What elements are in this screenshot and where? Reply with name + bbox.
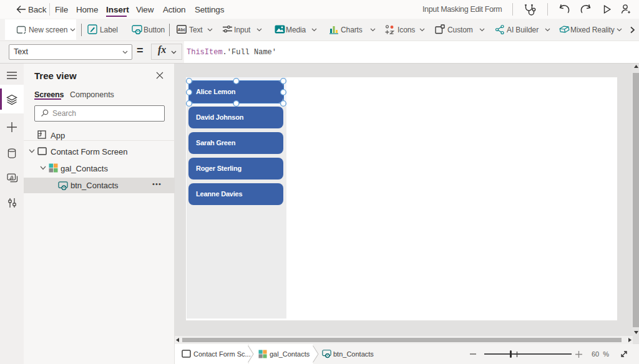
svg-text:Abc: Abc bbox=[178, 27, 186, 32]
